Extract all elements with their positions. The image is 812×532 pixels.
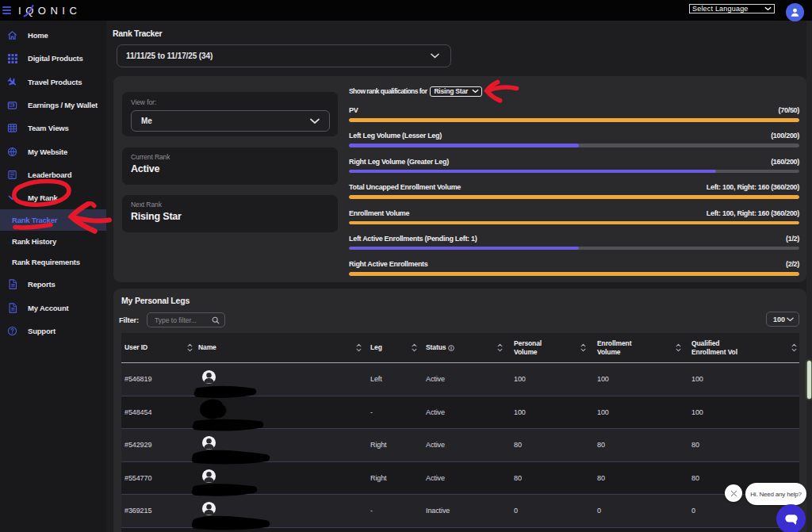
progress-track — [349, 247, 799, 251]
scrollbar-thumb[interactable] — [807, 361, 811, 399]
sort-icon[interactable] — [412, 343, 417, 352]
sidebar-item-team-views[interactable]: Team Views — [0, 117, 106, 140]
sidebar-item-support[interactable]: Support — [0, 320, 106, 343]
sidebar-item-home[interactable]: Home — [0, 24, 106, 47]
column-label: Name — [198, 343, 216, 352]
chat-greeting-text: Hi. Need any help? — [750, 491, 801, 498]
logo-letter: C — [69, 5, 76, 17]
qualification-label: Right Active Enrollments — [349, 260, 427, 268]
personal-legs-panel: My Personal Legs Filter: 100 User IDName… — [113, 289, 806, 532]
cell-status: Active — [419, 429, 505, 461]
cell-status: Inactive — [419, 495, 505, 527]
column-header-user-id[interactable]: User ID — [121, 333, 195, 362]
cell-status: Active — [419, 396, 505, 429]
qualification-bar: Total Uncapped Enrollment VolumeLeft: 10… — [349, 182, 799, 207]
qualification-label: Left Active Enrollments (Pending Left: 1… — [349, 235, 477, 243]
cell-user-id: #546819 — [121, 363, 195, 396]
sort-icon[interactable] — [497, 343, 503, 352]
column-header-status[interactable]: Status — [419, 333, 505, 362]
sort-icon[interactable] — [580, 343, 586, 352]
chevron-down-icon — [310, 118, 320, 124]
sidebar-item-my-account[interactable]: My Account — [0, 296, 106, 319]
main-content: Rank Tracker 11/11/25 to 11/17/25 (34) V… — [106, 21, 812, 532]
column-header-personal-volume[interactable]: PersonalVolume — [505, 333, 588, 362]
hamburger-menu-icon[interactable] — [2, 6, 11, 14]
filter-input[interactable] — [155, 316, 212, 324]
chat-launcher-button[interactable] — [776, 504, 806, 532]
sidebar-item-my-website[interactable]: My Website — [0, 140, 106, 163]
date-range-select[interactable]: 11/11/25 to 11/17/25 (34) — [117, 44, 451, 67]
sidebar-item-rank-history[interactable]: Rank History — [0, 231, 106, 252]
qualification-value: Left: 100, Right: 160 (360/200) — [707, 209, 799, 217]
chat-greeting-bubble[interactable]: Hi. Need any help? — [745, 483, 806, 505]
next-rank-card: Next Rank Rising Star — [122, 195, 338, 232]
search-icon — [212, 316, 220, 324]
cell-user-id: #369215 — [121, 495, 195, 527]
sidebar-item-digital-products[interactable]: Digital Products — [0, 47, 106, 70]
table-row[interactable]: #369215-Inactive000 — [121, 495, 799, 528]
page-size-select[interactable]: 100 — [766, 312, 799, 327]
cell-personal-volume: 100 — [505, 396, 588, 429]
progress-fill — [349, 118, 799, 122]
sidebar-item-reports[interactable]: Reports — [0, 273, 106, 296]
table-row[interactable]: #554770RightActive808080 — [121, 462, 799, 496]
table-row[interactable]: #548454-Active100100100 — [121, 396, 799, 430]
sidebar-item-rank-requirements[interactable]: Rank Requirements — [0, 252, 106, 274]
progress-track — [349, 170, 799, 174]
rank-qualification-select[interactable]: Rising Star — [430, 86, 482, 97]
progress-track — [349, 272, 799, 276]
sidebar-item-travel-products[interactable]: Travel Products — [0, 71, 106, 94]
current-rank-label: Current Rank — [131, 153, 330, 161]
sidebar-item-earnings-my-wallet[interactable]: Earnings / My Wallet — [0, 94, 106, 117]
qualification-bar: Right Leg Volume (Greater Leg)(160/200) — [349, 156, 799, 182]
sort-icon[interactable] — [356, 343, 362, 352]
rank-overview-panel: View for: Me Current Rank Active Next Ra… — [113, 76, 806, 282]
qualifications-heading: Show rank qualifications for — [349, 87, 427, 95]
column-header-enrollment-volume[interactable]: EnrollmentVolume — [588, 333, 684, 362]
sidebar-item-my-rank[interactable]: My Rank — [0, 186, 106, 209]
sidebar-item-leaderboard[interactable]: Leaderboard — [0, 163, 106, 186]
user-avatar[interactable] — [786, 3, 804, 21]
cell-name — [195, 429, 364, 461]
sort-icon[interactable] — [791, 343, 797, 352]
qualification-label: Right Leg Volume (Greater Leg) — [349, 158, 449, 166]
progress-track — [349, 144, 799, 147]
page-scrollbar[interactable] — [806, 21, 812, 532]
table-row[interactable]: #546819LeftActive100100100 — [121, 363, 799, 396]
table-row[interactable]: #542929RightActive808080 — [121, 429, 799, 462]
sidebar-item-label: Team Views — [28, 124, 69, 132]
progress-fill — [349, 170, 716, 174]
sort-icon[interactable] — [676, 343, 681, 352]
current-rank-value: Active — [131, 163, 330, 174]
sidebar-item-label: Rank Tracker — [12, 216, 57, 224]
column-header-name[interactable]: Name — [195, 333, 364, 362]
sort-icon[interactable] — [187, 343, 193, 352]
column-header-leg[interactable]: Leg — [364, 333, 419, 362]
cell-user-id: #548454 — [121, 396, 195, 429]
sidebar-item-label: Travel Products — [28, 78, 82, 86]
cell-qualified-enrollment-vol: 80 — [684, 429, 799, 461]
logo-letter: I — [62, 5, 65, 17]
cell-personal-volume: 80 — [505, 462, 588, 495]
sidebar-item-rank-tracker[interactable]: Rank Tracker — [0, 209, 106, 231]
cell-enrollment-volume: 80 — [588, 429, 684, 461]
chat-dismiss-button[interactable] — [725, 484, 742, 502]
cell-enrollment-volume: 100 — [588, 363, 684, 396]
cell-enrollment-volume: 0 — [588, 495, 684, 527]
qualification-label: Enrollment Volume — [349, 209, 409, 217]
column-header-qualified-enrollment-vol[interactable]: QualifiedEnrollment Vol — [684, 333, 799, 362]
sidebar-item-label: Home — [28, 31, 48, 40]
progress-fill — [349, 144, 579, 147]
view-for-select[interactable]: Me — [131, 110, 330, 132]
column-label: Leg — [370, 343, 382, 352]
sidebar-item-label: Rank Requirements — [12, 258, 80, 266]
filter-label: Filter: — [119, 316, 139, 324]
help-icon — [7, 326, 17, 336]
qualification-bar: Left Leg Volume (Lesser Leg)(100/200) — [349, 130, 799, 155]
badge-icon — [7, 170, 17, 180]
sidebar-item-label: My Website — [28, 147, 67, 156]
current-rank-card: Current Rank Active — [122, 147, 338, 185]
grid-icon — [7, 53, 17, 63]
cell-leg: Right — [364, 462, 419, 495]
language-select[interactable]: Select Language — [689, 4, 775, 13]
